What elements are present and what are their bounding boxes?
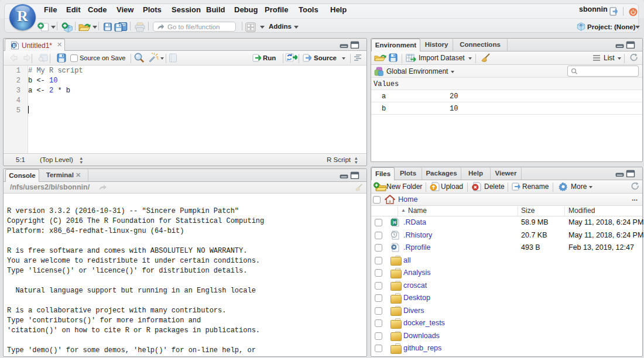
svg-text:R: R: [12, 43, 16, 49]
svg-text:R: R: [393, 220, 397, 225]
svg-text:R: R: [580, 23, 583, 27]
